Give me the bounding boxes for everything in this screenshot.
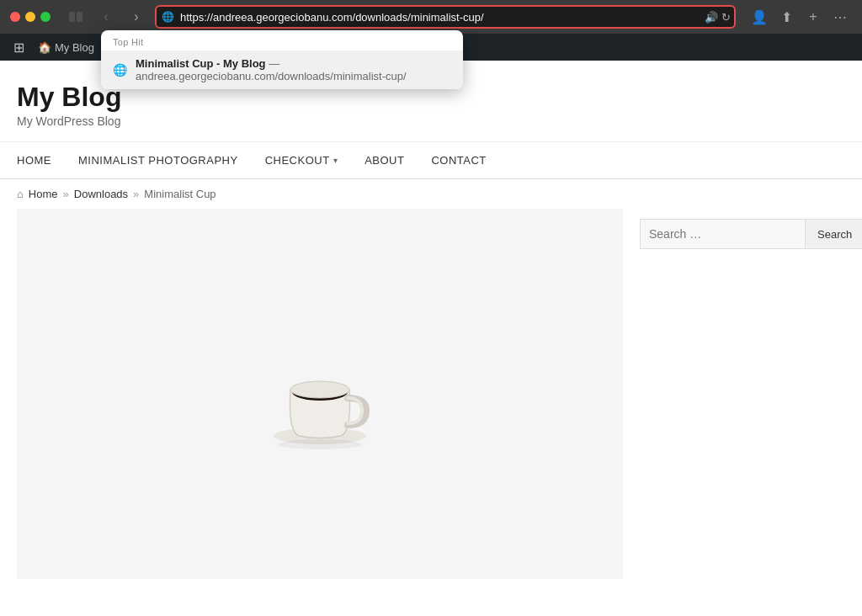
autocomplete-dropdown: Top Hit 🌐 Minimalist Cup - My Blog — and… <box>101 30 463 89</box>
svg-point-5 <box>278 439 362 449</box>
nav-link-about[interactable]: ABOUT <box>351 142 418 178</box>
site-nav: HOME MINIMALIST PHOTOGRAPHY CHECKOUT ▾ A… <box>0 142 862 179</box>
profile-icon[interactable]: 👤 <box>748 5 771 29</box>
sidebar-toggle-button[interactable] <box>64 5 88 29</box>
nav-item-contact: CONTACT <box>418 142 499 178</box>
minimize-button[interactable] <box>25 12 35 22</box>
breadcrumb-current: Minimalist Cup <box>144 188 216 200</box>
sidebar: Search <box>623 209 862 249</box>
audio-icon: 🔊 <box>705 11 718 24</box>
site-tagline: My WordPress Blog <box>17 114 845 128</box>
wp-logo-item[interactable]: ⊞ <box>7 34 31 61</box>
nav-link-contact[interactable]: CONTACT <box>418 142 499 178</box>
address-input[interactable] <box>155 5 736 29</box>
nav-label-home: HOME <box>17 154 51 167</box>
nav-item-about: ABOUT <box>351 142 418 178</box>
globe-icon: 🌐 <box>113 63 127 77</box>
browser-toolbar-icons: 👤 ⬆ + ⋯ <box>748 5 852 29</box>
forward-button[interactable]: › <box>125 5 148 29</box>
breadcrumb: ⌂ Home » Downloads » Minimalist Cup <box>0 179 862 209</box>
home-icon: 🏠 <box>38 41 51 54</box>
coffee-cup-image <box>253 327 387 461</box>
add-tab-icon[interactable]: + <box>801 5 825 29</box>
wordpress-icon: ⊞ <box>13 40 24 56</box>
traffic-lights <box>10 12 51 22</box>
breadcrumb-home-link[interactable]: Home <box>29 188 58 200</box>
nav-label-contact: CONTACT <box>431 154 486 167</box>
address-controls: 🔊 ↻ <box>705 11 731 24</box>
reload-icon[interactable]: ↻ <box>721 11 731 24</box>
search-input[interactable] <box>640 219 806 249</box>
browser-titlebar: ‹ › 🌐 🔊 ↻ 👤 ⬆ + ⋯ <box>0 0 862 34</box>
back-button[interactable]: ‹ <box>94 5 118 29</box>
autocomplete-text: Minimalist Cup - My Blog — andreea.georg… <box>136 57 451 82</box>
product-image-area <box>17 209 623 579</box>
nav-link-checkout[interactable]: CHECKOUT ▾ <box>252 142 351 178</box>
chevron-down-icon: ▾ <box>333 156 338 165</box>
nav-item-home: HOME <box>17 142 65 178</box>
nav-item-minimalist-photography: MINIMALIST PHOTOGRAPHY <box>65 142 252 178</box>
nav-link-minimalist-photography[interactable]: MINIMALIST PHOTOGRAPHY <box>65 142 252 178</box>
maximize-button[interactable] <box>40 12 51 22</box>
breadcrumb-downloads-link[interactable]: Downloads <box>74 188 128 200</box>
page-content: My Blog My WordPress Blog HOME MINIMALIS… <box>0 61 862 579</box>
lock-icon: 🌐 <box>162 11 174 23</box>
more-icon[interactable]: ⋯ <box>828 5 852 29</box>
nav-link-home[interactable]: HOME <box>17 142 65 178</box>
autocomplete-title: Minimalist Cup - My Blog <box>136 57 266 70</box>
breadcrumb-separator-2: » <box>133 188 139 200</box>
autocomplete-top-hit-label: Top Hit <box>101 30 463 50</box>
nav-label-minimalist-photography: MINIMALIST PHOTOGRAPHY <box>78 154 238 167</box>
browser-frame: ‹ › 🌐 🔊 ↻ 👤 ⬆ + ⋯ Top Hit 🌐 Minimalist C… <box>0 0 862 34</box>
wp-my-blog-item[interactable]: 🏠 My Blog <box>31 34 101 61</box>
svg-point-4 <box>290 381 349 398</box>
home-breadcrumb-icon: ⌂ <box>17 188 24 200</box>
breadcrumb-separator-1: » <box>63 188 69 200</box>
my-blog-label: My Blog <box>55 41 94 54</box>
svg-rect-0 <box>69 12 75 22</box>
nav-menu: HOME MINIMALIST PHOTOGRAPHY CHECKOUT ▾ A… <box>17 142 845 178</box>
address-bar-wrapper: 🌐 🔊 ↻ <box>155 5 736 29</box>
close-button[interactable] <box>10 12 20 22</box>
main-layout: Search <box>0 209 862 579</box>
nav-label-checkout: CHECKOUT <box>265 154 330 167</box>
search-widget: Search <box>640 219 862 249</box>
nav-label-about: ABOUT <box>364 154 404 167</box>
search-button[interactable]: Search <box>806 219 862 249</box>
nav-item-checkout: CHECKOUT ▾ <box>252 142 351 178</box>
svg-rect-1 <box>77 12 82 22</box>
autocomplete-item[interactable]: 🌐 Minimalist Cup - My Blog — andreea.geo… <box>101 50 463 89</box>
share-icon[interactable]: ⬆ <box>774 5 798 29</box>
